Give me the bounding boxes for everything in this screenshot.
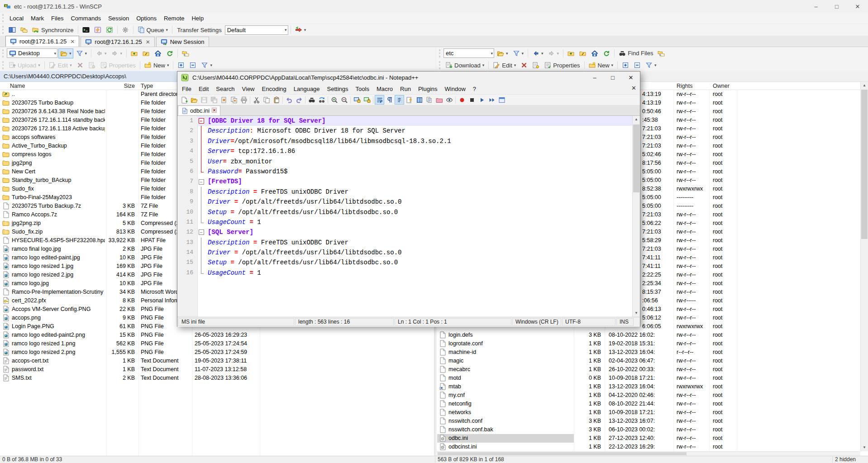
redo-button[interactable] bbox=[294, 95, 304, 105]
open-file-button[interactable] bbox=[189, 95, 199, 105]
winscp-menu-help[interactable]: Help bbox=[188, 13, 207, 24]
minimize-icon[interactable]: – bbox=[806, 0, 826, 13]
filter-files-button[interactable]: ▾ bbox=[644, 60, 658, 70]
editor-line-9[interactable]: 9Driver = /opt/alt/freetds/usr/lib64/lib… bbox=[177, 197, 640, 207]
file-row[interactable]: ramco logo resized 2.png1,555 KBPNG File… bbox=[0, 348, 434, 357]
drive-combo[interactable]: Desktop▾ bbox=[7, 48, 57, 58]
file-row[interactable]: mtab1 KB13-12-2023 16:04:24rwxrwxrwxroot bbox=[437, 382, 860, 391]
file-row[interactable]: machine-id1 KB13-12-2023 16:04:24r--r--r… bbox=[437, 348, 860, 357]
file-row[interactable]: login.defs3 KB08-10-2022 16:02:28rw-r--r… bbox=[437, 331, 860, 339]
home-directory-button[interactable] bbox=[153, 48, 163, 58]
unselect-button[interactable] bbox=[632, 60, 643, 70]
scroll-up-icon[interactable]: ▲ bbox=[861, 82, 868, 89]
custom-commands-button[interactable] bbox=[92, 25, 103, 35]
show-all-characters-button[interactable] bbox=[385, 95, 394, 105]
save-all-button[interactable] bbox=[209, 95, 219, 105]
column-header-size[interactable]: Size bbox=[104, 82, 135, 90]
file-row[interactable]: ramco logo resized 1.png562 KBPNG File25… bbox=[0, 339, 434, 348]
notepad-menu-file[interactable]: File bbox=[178, 84, 195, 94]
close-all-button[interactable] bbox=[229, 95, 238, 105]
right-panel-vscrollbar[interactable]: ▲ ▼ bbox=[860, 82, 868, 451]
fold-marker[interactable] bbox=[197, 177, 205, 186]
upload-button[interactable]: Upload▾ bbox=[7, 60, 42, 70]
transfer-options-button[interactable]: ▾ bbox=[293, 25, 308, 35]
forward-button[interactable]: ▾ bbox=[546, 48, 561, 58]
print-button[interactable] bbox=[239, 95, 248, 105]
maximize-icon[interactable]: □ bbox=[604, 72, 622, 84]
file-row[interactable]: odbc.ini1 KB27-12-2023 12:40:08rw-r--r--… bbox=[437, 434, 860, 443]
winscp-menu-session[interactable]: Session bbox=[105, 13, 133, 24]
queue-button[interactable]: Queue▾ bbox=[136, 25, 170, 35]
file-row[interactable]: ramco logo edited-paint2.png15 KBPNG Fil… bbox=[0, 331, 434, 339]
forward-button[interactable]: ▾ bbox=[110, 48, 124, 58]
file-row[interactable]: magic1 KB02-04-2023 06:47:50rw-r--r--roo… bbox=[437, 357, 860, 365]
open-directory-button[interactable]: ▾ bbox=[495, 48, 510, 58]
column-header-name[interactable]: Name bbox=[10, 82, 25, 90]
scrollbar-thumb[interactable] bbox=[861, 90, 868, 239]
file-row[interactable]: mecabrc1 KB26-10-2022 00:33:40rw-r--r--r… bbox=[437, 365, 860, 374]
preferences-button[interactable] bbox=[120, 25, 131, 35]
preferences-window-button[interactable] bbox=[497, 95, 506, 105]
editor-line-3[interactable]: 3Driver=/opt/microsoft/msodbcsql18/lib64… bbox=[177, 136, 640, 146]
notepad-menu-plugins[interactable]: Plugins bbox=[415, 84, 441, 94]
synchronize-button[interactable]: Synchronize bbox=[30, 25, 76, 35]
file-row[interactable]: password.txt1 KBText Document11-07-2023 … bbox=[0, 365, 434, 374]
filter-files-button[interactable]: ▾ bbox=[199, 60, 214, 70]
fold-marker[interactable] bbox=[197, 227, 205, 237]
minimize-icon[interactable]: – bbox=[586, 72, 604, 84]
new-button[interactable]: New▾ bbox=[143, 60, 171, 70]
editor-area[interactable]: 1[ODBC Driver 18 for SQL Server]2Descrip… bbox=[177, 116, 640, 317]
column-header-owner[interactable]: Owner bbox=[713, 82, 730, 90]
editor-vscrollbar[interactable]: ▲ ▼ bbox=[632, 116, 640, 317]
download-button[interactable]: Download▾ bbox=[444, 60, 486, 70]
document-map-button[interactable] bbox=[415, 95, 424, 105]
close-tab-icon[interactable]: ✕ bbox=[146, 39, 150, 45]
open-directory-button[interactable]: ▾ bbox=[58, 48, 73, 58]
notepad-menu-?[interactable]: ? bbox=[469, 84, 480, 94]
winscp-menu-mark[interactable]: Mark bbox=[27, 13, 48, 24]
find-files-button[interactable]: Find Files bbox=[617, 48, 655, 58]
session-tab[interactable]: root@172.16.1.25✕ bbox=[5, 36, 79, 47]
notepad-menu-tools[interactable]: Tools bbox=[352, 84, 373, 94]
close-tab-icon[interactable] bbox=[212, 108, 217, 114]
file-row[interactable]: netconfig1 KB08-10-2022 21:44:46rw-r--r-… bbox=[437, 400, 860, 408]
properties-button[interactable]: Properties bbox=[98, 60, 138, 70]
winscp-menu-options[interactable]: Options bbox=[133, 13, 160, 24]
winscp-menu-local[interactable]: Local bbox=[6, 13, 27, 24]
file-row[interactable]: motd0 KB10-09-2018 17:21:03rw-r--r--root bbox=[437, 374, 860, 382]
editor-line-6[interactable]: 6Password= Password15$ bbox=[177, 167, 640, 177]
close-document-icon[interactable]: ✕ bbox=[631, 85, 636, 91]
rename-button[interactable] bbox=[530, 60, 541, 70]
transfer-settings-combo[interactable]: Default▾ bbox=[225, 25, 288, 35]
new-button[interactable]: New▾ bbox=[587, 60, 615, 70]
column-header-type[interactable]: Type bbox=[141, 82, 153, 90]
refresh-button[interactable] bbox=[164, 48, 175, 58]
editor-line-5[interactable]: 5User= zbx_monitor bbox=[177, 157, 640, 167]
indent-guide-button[interactable] bbox=[395, 95, 404, 105]
scrollbar-thumb[interactable] bbox=[633, 124, 639, 192]
paste-button[interactable] bbox=[272, 95, 281, 105]
winscp-menu-files[interactable]: Files bbox=[48, 13, 67, 24]
open-terminal-button[interactable] bbox=[81, 25, 91, 35]
notepad-menu-run[interactable]: Run bbox=[396, 84, 415, 94]
macro-play-button[interactable] bbox=[477, 95, 486, 105]
folder-as-workspace-button[interactable] bbox=[434, 95, 444, 105]
save-button[interactable] bbox=[199, 95, 209, 105]
editor-line-11[interactable]: 11UsageCount = 1 bbox=[177, 217, 640, 227]
compare-directories-button[interactable] bbox=[19, 25, 29, 35]
close-button[interactable] bbox=[219, 95, 229, 105]
session-tab[interactable]: New Session bbox=[156, 37, 209, 47]
encoding-status[interactable]: UTF-8 bbox=[562, 318, 615, 326]
editor-line-15[interactable]: 15Setup = /opt/alt/freetds/usr/lib64/lib… bbox=[177, 258, 640, 267]
unselect-button[interactable] bbox=[187, 60, 198, 70]
word-wrap-button[interactable] bbox=[375, 95, 384, 105]
root-directory-button[interactable] bbox=[577, 48, 588, 58]
notepad-menu-encoding[interactable]: Encoding bbox=[258, 84, 290, 94]
replace-button[interactable] bbox=[317, 95, 326, 105]
home-directory-button[interactable] bbox=[589, 48, 600, 58]
notepad-menu-language[interactable]: Language bbox=[290, 84, 324, 94]
delete-button[interactable] bbox=[75, 60, 86, 70]
select-button[interactable] bbox=[620, 60, 631, 70]
winscp-menu-remote[interactable]: Remote bbox=[160, 13, 188, 24]
session-tab[interactable]: root@172.16.1.25✕ bbox=[81, 37, 154, 47]
